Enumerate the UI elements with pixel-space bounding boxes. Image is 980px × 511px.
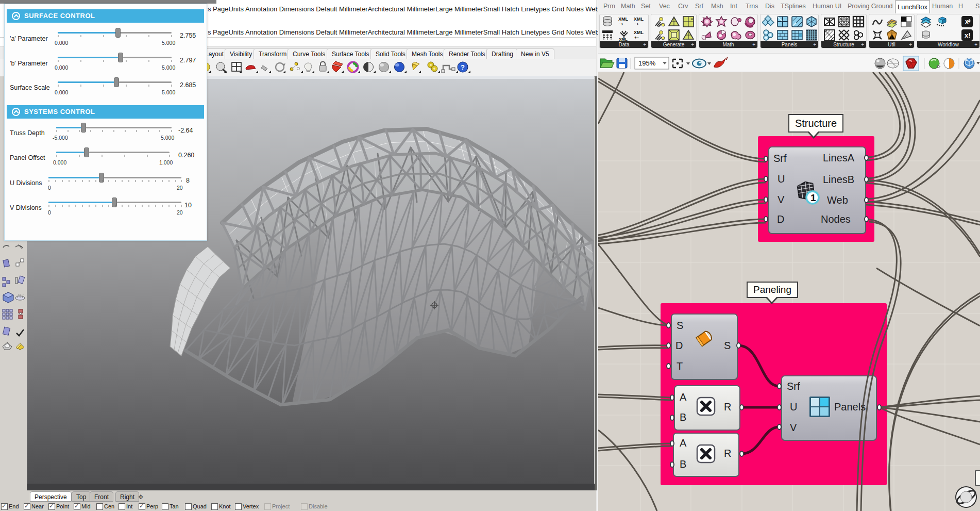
svg-text:x: x <box>965 18 969 25</box>
svg-text:⇢: ⇢ <box>634 21 638 27</box>
svg-text:?: ? <box>461 63 465 71</box>
svg-text:1: 1 <box>810 192 816 203</box>
svg-text:⇢: ⇢ <box>619 21 623 27</box>
svg-text:x!: x! <box>965 31 971 39</box>
svg-text:XML: XML <box>619 37 628 41</box>
svg-text:195%: 195% <box>638 59 656 67</box>
svg-text:⇠: ⇠ <box>634 35 639 40</box>
